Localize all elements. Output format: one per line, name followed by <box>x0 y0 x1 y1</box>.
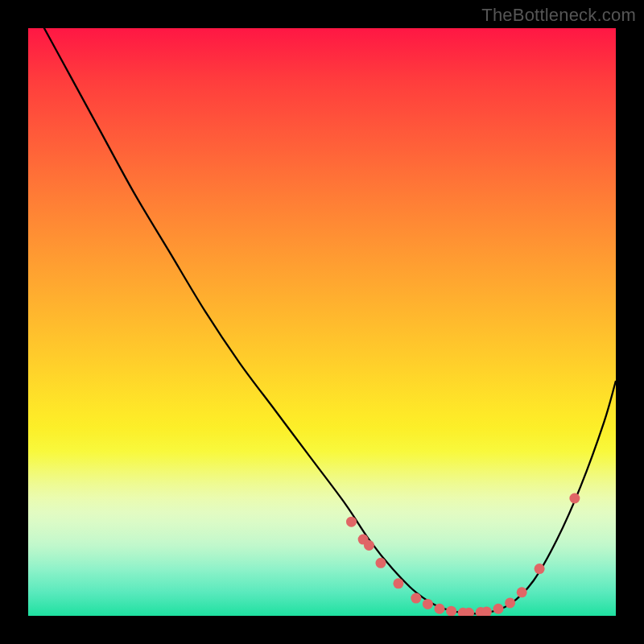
data-point <box>346 517 357 527</box>
data-point <box>393 578 403 588</box>
chart-svg <box>28 28 616 616</box>
curve-line <box>28 28 616 614</box>
data-point <box>535 564 545 574</box>
data-point <box>493 604 504 614</box>
data-point <box>446 606 456 616</box>
chart-container: TheBottleneck.com <box>0 0 644 644</box>
watermark-text: TheBottleneck.com <box>481 5 636 26</box>
data-point <box>376 558 386 568</box>
data-point <box>423 599 433 609</box>
data-point <box>517 587 527 597</box>
plot-area <box>28 28 616 616</box>
data-point <box>505 597 515 608</box>
data-point <box>411 593 421 604</box>
data-point <box>569 493 580 504</box>
data-point <box>435 604 445 614</box>
data-point <box>364 540 374 551</box>
